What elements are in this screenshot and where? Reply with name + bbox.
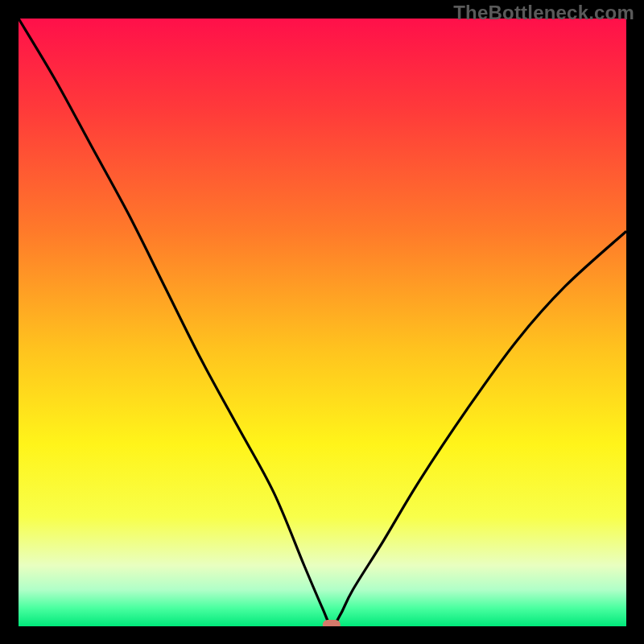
chart-frame: TheBottleneck.com: [0, 0, 644, 644]
gradient-background: [19, 19, 626, 626]
optimal-marker: [323, 620, 341, 626]
bottleneck-chart: [19, 19, 626, 626]
plot-area: [19, 19, 626, 626]
watermark-text: TheBottleneck.com: [453, 2, 634, 24]
